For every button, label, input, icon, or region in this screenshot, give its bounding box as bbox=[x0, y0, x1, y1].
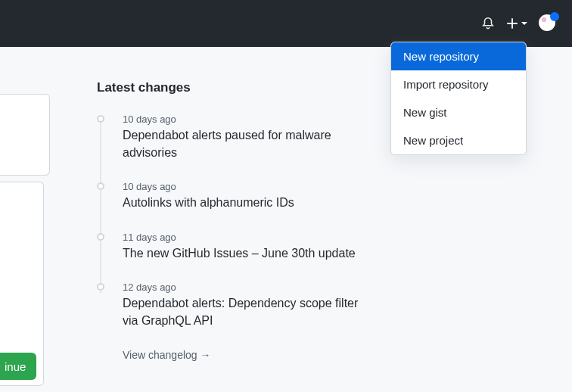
timeline-dot-icon bbox=[97, 283, 104, 291]
entry-title: The new GitHub Issues – June 30th update bbox=[123, 244, 372, 262]
changelog-entry[interactable]: 12 days ago Dependabot alerts: Dependenc… bbox=[123, 282, 372, 329]
timeline-dot-icon bbox=[97, 115, 104, 123]
status-dot bbox=[550, 12, 559, 21]
caret-down-icon bbox=[521, 20, 528, 27]
changelog-entry[interactable]: 10 days ago Autolinks with alphanumeric … bbox=[123, 181, 372, 211]
timeline-dot-icon bbox=[97, 182, 104, 190]
entry-time: 12 days ago bbox=[123, 282, 372, 293]
notifications-button[interactable] bbox=[481, 17, 495, 30]
dropdown-item-new-gist[interactable]: New gist bbox=[391, 98, 526, 126]
bell-icon bbox=[481, 17, 495, 30]
create-new-dropdown: New repository Import repository New gis… bbox=[390, 42, 527, 155]
create-new-button[interactable] bbox=[505, 17, 528, 30]
entry-title: Dependabot alerts: Dependency scope filt… bbox=[123, 294, 372, 329]
entry-time: 10 days ago bbox=[123, 114, 372, 125]
timeline-dot-icon bbox=[97, 233, 104, 241]
changelog-entry[interactable]: 11 days ago The new GitHub Issues – June… bbox=[123, 232, 372, 262]
dropdown-item-new-repository[interactable]: New repository bbox=[391, 42, 526, 70]
plus-icon bbox=[505, 17, 519, 30]
entry-title: Autolinks with alphanumeric IDs bbox=[123, 194, 372, 211]
changelog-entry[interactable]: 10 days ago Dependabot alerts paused for… bbox=[123, 114, 372, 161]
entry-time: 10 days ago bbox=[123, 181, 372, 192]
dropdown-item-new-project[interactable]: New project bbox=[391, 126, 526, 154]
entry-time: 11 days ago bbox=[123, 232, 372, 243]
topbar bbox=[0, 0, 572, 47]
view-changelog-link[interactable]: View changelog → bbox=[123, 349, 572, 361]
user-menu-button[interactable] bbox=[539, 14, 557, 33]
entry-title: Dependabot alerts paused for malware adv… bbox=[123, 126, 372, 161]
dropdown-item-import-repository[interactable]: Import repository bbox=[391, 70, 526, 98]
